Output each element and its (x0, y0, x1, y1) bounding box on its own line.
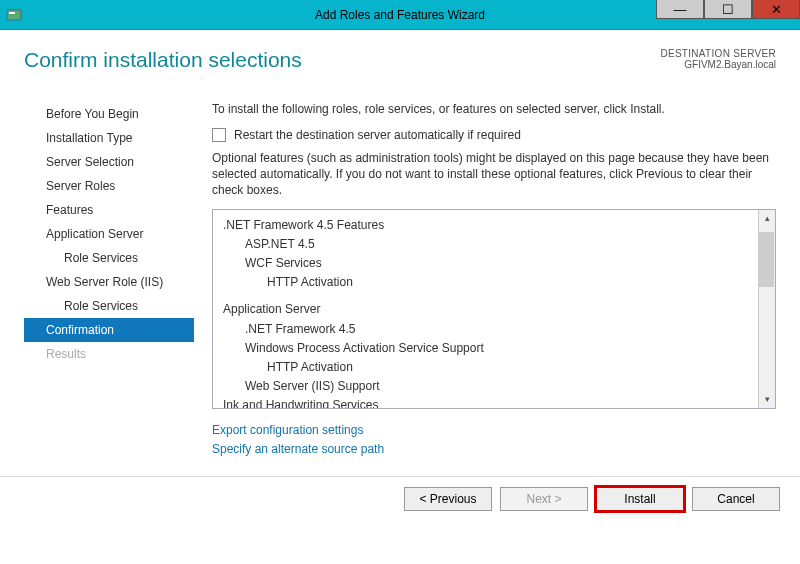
sidebar-item[interactable]: Server Roles (24, 174, 194, 198)
feature-list-item: WCF Services (245, 254, 765, 273)
scrollbar[interactable]: ▴ ▾ (758, 210, 775, 408)
destination-server-name: GFIVM2.Bayan.local (660, 59, 776, 70)
wizard-steps-sidebar: Before You BeginInstallation TypeServer … (24, 102, 194, 459)
scroll-down-arrow[interactable]: ▾ (759, 391, 775, 408)
sidebar-item[interactable]: Web Server Role (IIS) (24, 270, 194, 294)
svg-rect-0 (7, 10, 21, 20)
sidebar-item[interactable]: Confirmation (24, 318, 194, 342)
destination-label: DESTINATION SERVER (660, 48, 776, 59)
install-button[interactable]: Install (596, 487, 684, 511)
feature-list-item: ASP.NET 4.5 (245, 235, 765, 254)
restart-checkbox-label: Restart the destination server automatic… (234, 128, 521, 142)
sidebar-item: Results (24, 342, 194, 366)
sidebar-item[interactable]: Features (24, 198, 194, 222)
previous-button[interactable]: < Previous (404, 487, 492, 511)
scroll-thumb[interactable] (759, 232, 774, 287)
close-button[interactable]: ✕ (752, 0, 800, 19)
sidebar-item[interactable]: Application Server (24, 222, 194, 246)
sidebar-item[interactable]: Server Selection (24, 150, 194, 174)
titlebar[interactable]: Add Roles and Features Wizard — ☐ ✕ (0, 0, 800, 30)
scroll-up-arrow[interactable]: ▴ (759, 210, 775, 227)
sidebar-item[interactable]: Role Services (24, 294, 194, 318)
export-config-link[interactable]: Export configuration settings (212, 421, 776, 440)
feature-list-item (223, 292, 765, 300)
feature-list-item: Ink and Handwriting Services (223, 396, 765, 408)
app-icon (6, 7, 22, 23)
maximize-button[interactable]: ☐ (704, 0, 752, 19)
page-title: Confirm installation selections (24, 48, 302, 72)
features-listbox[interactable]: .NET Framework 4.5 FeaturesASP.NET 4.5WC… (212, 209, 776, 409)
feature-list-item: .NET Framework 4.5 Features (223, 216, 765, 235)
wizard-footer: < Previous Next > Install Cancel (0, 476, 800, 520)
restart-checkbox[interactable] (212, 128, 226, 142)
cancel-button[interactable]: Cancel (692, 487, 780, 511)
feature-list-item: HTTP Activation (267, 358, 765, 377)
feature-list-item: Application Server (223, 300, 765, 319)
sidebar-item[interactable]: Before You Begin (24, 102, 194, 126)
minimize-button[interactable]: — (656, 0, 704, 19)
window-title: Add Roles and Features Wizard (315, 8, 485, 22)
next-button: Next > (500, 487, 588, 511)
feature-list-item: .NET Framework 4.5 (245, 320, 765, 339)
feature-list-item: Windows Process Activation Service Suppo… (245, 339, 765, 358)
optional-features-note: Optional features (such as administratio… (212, 150, 776, 199)
feature-list-item: Web Server (IIS) Support (245, 377, 765, 396)
main-content: To install the following roles, role ser… (194, 102, 776, 459)
sidebar-item[interactable]: Installation Type (24, 126, 194, 150)
alternate-source-link[interactable]: Specify an alternate source path (212, 440, 776, 459)
svg-rect-1 (9, 12, 15, 14)
sidebar-item[interactable]: Role Services (24, 246, 194, 270)
instruction-text: To install the following roles, role ser… (212, 102, 776, 116)
feature-list-item: HTTP Activation (267, 273, 765, 292)
destination-info: DESTINATION SERVER GFIVM2.Bayan.local (660, 48, 776, 70)
